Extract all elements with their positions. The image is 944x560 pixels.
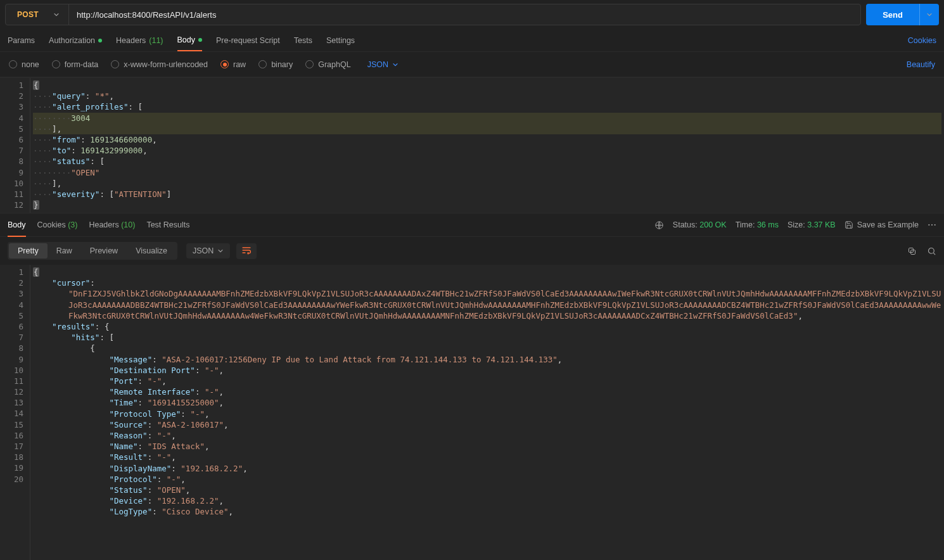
- editor-code[interactable]: {····"query": "*",····"alert_profiles": …: [30, 78, 944, 213]
- radio-raw[interactable]: raw: [220, 60, 246, 69]
- request-tabs: Params Authorization Headers (11) Body P…: [0, 29, 944, 52]
- response-tabs: Body Cookies (3) Headers (10) Test Resul…: [0, 213, 944, 237]
- globe-icon[interactable]: [654, 220, 664, 230]
- time-block: Time: 36 ms: [736, 220, 779, 229]
- editor-gutter: 123456789101112: [0, 78, 30, 213]
- resp-tab-headers-count: (10): [121, 220, 135, 229]
- resp-tab-headers-label: Headers: [89, 220, 118, 229]
- wrap-lines-button[interactable]: [236, 243, 257, 259]
- tab-authorization-label: Authorization: [49, 36, 95, 45]
- view-raw[interactable]: Raw: [48, 243, 81, 258]
- chevron-down-icon: [392, 61, 399, 68]
- send-group: Send: [866, 4, 939, 25]
- view-mode-segment: Pretty Raw Preview Visualize: [8, 242, 177, 260]
- tab-body[interactable]: Body: [177, 30, 203, 51]
- chevron-down-icon: [926, 11, 933, 18]
- body-content-type-select[interactable]: JSON: [367, 60, 399, 69]
- response-view-controls: Pretty Raw Preview Visualize JSON: [0, 237, 944, 265]
- radio-graphql-label: GraphQL: [318, 60, 350, 69]
- line-wrap-icon: [241, 246, 252, 255]
- editor-gutter: 1234567891011121314151617181920: [0, 265, 30, 560]
- search-icon: [927, 246, 936, 256]
- response-body-editor[interactable]: 1234567891011121314151617181920 { "curso…: [0, 265, 944, 560]
- dot-icon: [198, 38, 202, 42]
- status-block: Status: 200 OK: [673, 220, 727, 229]
- radio-binary[interactable]: binary: [258, 60, 293, 69]
- radio-form-data-label: form-data: [65, 60, 99, 69]
- svg-point-3: [934, 224, 936, 226]
- send-split-button[interactable]: [919, 4, 939, 25]
- save-as-example-label: Save as Example: [857, 220, 919, 229]
- tab-headers-count: (11): [149, 36, 163, 45]
- search-button[interactable]: [927, 246, 936, 256]
- tab-headers-label: Headers: [116, 36, 146, 45]
- cookies-link[interactable]: Cookies: [908, 36, 936, 45]
- beautify-link[interactable]: Beautify: [907, 60, 935, 69]
- resp-tab-body[interactable]: Body: [8, 214, 26, 237]
- view-visualize[interactable]: Visualize: [127, 243, 176, 258]
- copy-icon: [907, 246, 917, 256]
- dot-icon: [98, 39, 102, 42]
- size-block: Size: 3.37 KB: [788, 220, 836, 229]
- tab-tests[interactable]: Tests: [294, 30, 312, 51]
- radio-form-data[interactable]: form-data: [52, 60, 99, 69]
- view-pretty[interactable]: Pretty: [9, 243, 48, 258]
- url-box: POST: [5, 4, 861, 25]
- svg-point-1: [928, 224, 929, 226]
- chevron-down-icon: [53, 11, 60, 18]
- method-label: POST: [17, 10, 39, 19]
- save-as-example-button[interactable]: Save as Example: [845, 220, 919, 229]
- resp-tab-cookies[interactable]: Cookies (3): [37, 214, 78, 236]
- radio-xwww-label: x-www-form-urlencoded: [124, 60, 208, 69]
- view-preview[interactable]: Preview: [81, 243, 127, 258]
- resp-tab-cookies-label: Cookies: [37, 220, 66, 229]
- body-options-row: none form-data x-www-form-urlencoded raw…: [0, 52, 944, 77]
- more-dots-icon: [928, 224, 936, 226]
- radio-xwww[interactable]: x-www-form-urlencoded: [111, 60, 208, 69]
- svg-point-6: [929, 248, 934, 253]
- radio-none[interactable]: none: [9, 60, 39, 69]
- tab-body-label: Body: [177, 35, 196, 44]
- method-select[interactable]: POST: [6, 4, 69, 25]
- resp-tab-test-results[interactable]: Test Results: [146, 214, 189, 236]
- radio-none-label: none: [22, 60, 39, 69]
- radio-binary-label: binary: [271, 60, 293, 69]
- resp-tab-headers[interactable]: Headers (10): [89, 214, 135, 236]
- response-format-label: JSON: [193, 246, 214, 255]
- save-icon: [845, 220, 853, 229]
- tab-headers[interactable]: Headers (11): [116, 30, 163, 51]
- svg-point-2: [931, 224, 933, 226]
- tab-authorization[interactable]: Authorization: [49, 30, 102, 51]
- request-body-editor[interactable]: 123456789101112 {····"query": "*",····"a…: [0, 77, 944, 213]
- radio-graphql[interactable]: GraphQL: [305, 60, 350, 69]
- more-button[interactable]: [928, 224, 936, 226]
- chevron-down-icon: [217, 248, 224, 254]
- url-input[interactable]: [69, 4, 860, 25]
- send-button[interactable]: Send: [866, 4, 919, 25]
- svg-line-7: [933, 253, 935, 255]
- tab-params[interactable]: Params: [8, 30, 35, 51]
- body-content-type-label: JSON: [367, 60, 388, 69]
- radio-raw-label: raw: [233, 60, 246, 69]
- response-format-select[interactable]: JSON: [186, 243, 230, 258]
- editor-code: { "cursor":"DnF1ZXJ5VGhlbkZldGNoDgAAAAAA…: [30, 265, 944, 560]
- tab-prerequest[interactable]: Pre-request Script: [216, 30, 280, 51]
- resp-tab-cookies-count: (3): [68, 220, 77, 229]
- copy-button[interactable]: [907, 246, 917, 256]
- tab-settings[interactable]: Settings: [326, 30, 355, 51]
